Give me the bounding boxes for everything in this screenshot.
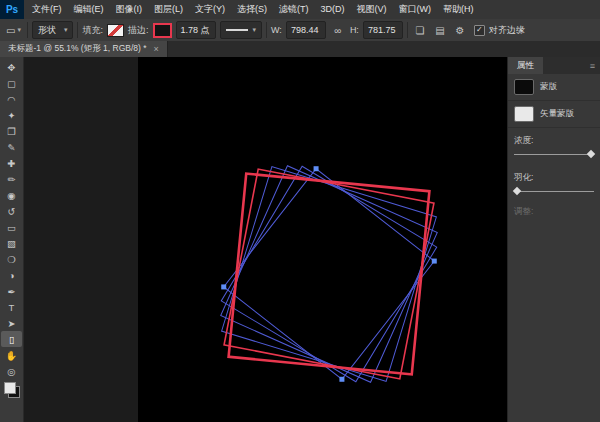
stroke-line-preview-icon: [226, 29, 248, 31]
menu-item[interactable]: 图层(L): [148, 0, 189, 19]
density-slider[interactable]: [514, 154, 594, 155]
height-input[interactable]: 781.75: [363, 21, 403, 39]
vector-mask-row-label: 矢量蒙版: [540, 108, 574, 120]
path-operations-button[interactable]: ❏: [412, 25, 428, 36]
layer-mask-thumbnail[interactable]: [514, 79, 534, 95]
mask-row[interactable]: 蒙版: [508, 74, 600, 101]
properties-panel: 属性 ≡ 蒙版 矢量蒙版 浓度: 羽化: 调整:: [507, 57, 600, 422]
type-tool[interactable]: T: [1, 299, 22, 315]
zoom-tool[interactable]: ◎: [1, 363, 22, 379]
path-preview-rect[interactable]: [224, 169, 435, 380]
width-input[interactable]: 798.44: [286, 21, 326, 39]
gradient-tool[interactable]: ▧: [1, 235, 22, 251]
menu-item[interactable]: 编辑(E): [68, 0, 110, 19]
photoshop-window: Ps 文件(F)编辑(E)图像(I)图层(L)文字(Y)选择(S)滤镜(T)3D…: [0, 0, 600, 422]
adjust-label: 调整:: [508, 202, 600, 222]
history-brush-tool[interactable]: ↺: [1, 203, 22, 219]
vector-mask-row[interactable]: 矢量蒙版: [508, 101, 600, 128]
menu-item[interactable]: 图像(I): [110, 0, 149, 19]
path-preview-rect[interactable]: [222, 167, 437, 382]
healing-brush-tool[interactable]: ✚: [1, 155, 22, 171]
properties-panel-header: 属性 ≡: [508, 57, 600, 74]
anchor-point[interactable]: [432, 259, 437, 264]
mask-row-label: 蒙版: [540, 81, 557, 93]
tools-panel: ✥▢◠✦❐✎✚✏◉↺▭▧❍◑✒T➤▯✋◎: [0, 57, 24, 422]
stroke-swatch[interactable]: [153, 23, 172, 38]
path-selection-tool[interactable]: ➤: [1, 315, 22, 331]
blur-tool[interactable]: ❍: [1, 251, 22, 267]
dodge-tool[interactable]: ◑: [1, 267, 22, 283]
menu-item[interactable]: 窗口(W): [393, 0, 438, 19]
rectangular-marquee-tool[interactable]: ▢: [1, 75, 22, 91]
feather-slider-thumb[interactable]: [513, 186, 521, 194]
path-preview-rect[interactable]: [221, 166, 436, 381]
divider: [27, 22, 28, 38]
feather-slider[interactable]: [514, 191, 594, 192]
divider: [77, 22, 78, 38]
feather-control: 羽化:: [508, 165, 600, 202]
fill-label: 填充:: [82, 24, 103, 37]
hand-tool[interactable]: ✋: [1, 347, 22, 363]
document[interactable]: [138, 57, 508, 422]
chevron-down-icon: ▾: [64, 26, 68, 34]
pen-tool[interactable]: ✒: [1, 283, 22, 299]
stroke-width-input[interactable]: 1.78 点: [176, 21, 216, 39]
settings-gear-icon[interactable]: ⚙: [452, 25, 468, 36]
color-control: [4, 382, 20, 398]
anchor-point[interactable]: [314, 166, 319, 171]
lasso-tool[interactable]: ◠: [1, 91, 22, 107]
vector-mask-thumbnail[interactable]: [514, 106, 534, 122]
align-edges-checkbox[interactable]: ✓: [474, 25, 485, 36]
rectangle-tool-icon: ▭: [6, 25, 15, 36]
pasteboard: [24, 57, 508, 422]
feather-label: 羽化:: [514, 172, 594, 184]
tool-mode-value: 形状: [38, 24, 56, 37]
divider: [266, 22, 267, 38]
density-control: 浓度:: [508, 128, 600, 165]
shape-stroke-rect[interactable]: [224, 169, 434, 379]
eyedropper-tool[interactable]: ✎: [1, 139, 22, 155]
document-tab-title: 未标题-1 @ 55.1% (矩形 1, RGB/8) *: [8, 43, 147, 55]
panel-menu-icon[interactable]: ≡: [585, 57, 600, 74]
align-edges-control[interactable]: ✓ 对齐边缘: [474, 24, 525, 37]
quick-selection-tool[interactable]: ✦: [1, 107, 22, 123]
crop-tool[interactable]: ❐: [1, 123, 22, 139]
link-dimensions-icon[interactable]: ∞: [330, 25, 346, 36]
document-canvas[interactable]: [138, 57, 508, 422]
menu-item[interactable]: 3D(D): [315, 0, 351, 19]
brush-tool[interactable]: ✏: [1, 171, 22, 187]
tool-mode-select[interactable]: 形状 ▾: [32, 21, 74, 39]
document-tab[interactable]: 未标题-1 @ 55.1% (矩形 1, RGB/8) * ×: [0, 41, 168, 57]
document-tab-strip: 未标题-1 @ 55.1% (矩形 1, RGB/8) * ×: [0, 41, 600, 57]
clone-stamp-tool[interactable]: ◉: [1, 187, 22, 203]
toolbar-tools: ✥▢◠✦❐✎✚✏◉↺▭▧❍◑✒T➤▯✋◎: [0, 59, 23, 379]
shape-stroke-rect[interactable]: [229, 174, 430, 375]
foreground-color-swatch[interactable]: [4, 382, 16, 394]
menu-item[interactable]: 选择(S): [231, 0, 273, 19]
menu-item[interactable]: 视图(V): [351, 0, 393, 19]
tab-properties[interactable]: 属性: [508, 57, 543, 74]
close-icon[interactable]: ×: [154, 44, 159, 54]
density-slider-thumb[interactable]: [587, 149, 595, 157]
width-label: W:: [271, 25, 282, 35]
rectangle-tool[interactable]: ▯: [1, 331, 22, 347]
stroke-label: 描边:: [128, 24, 149, 37]
eraser-tool[interactable]: ▭: [1, 219, 22, 235]
stroke-type-select[interactable]: ▾: [220, 21, 263, 39]
menubar-items: 文件(F)编辑(E)图像(I)图层(L)文字(Y)选择(S)滤镜(T)3D(D)…: [26, 0, 480, 19]
menu-item[interactable]: 滤镜(T): [273, 0, 315, 19]
menu-item[interactable]: 文件(F): [26, 0, 68, 19]
tool-preset-picker[interactable]: ▭ ▾: [4, 25, 23, 36]
photoshop-logo: Ps: [0, 0, 24, 19]
menu-item[interactable]: 文字(Y): [189, 0, 231, 19]
anchor-point[interactable]: [221, 284, 226, 289]
chevron-down-icon: ▾: [253, 26, 257, 34]
anchor-point[interactable]: [339, 377, 344, 382]
fill-swatch[interactable]: [107, 24, 124, 37]
menu-item[interactable]: 帮助(H): [437, 0, 480, 19]
move-tool[interactable]: ✥: [1, 59, 22, 75]
options-bar: ▭ ▾ 形状 ▾ 填充: 描边: 1.78 点 ▾ W: 798.44 ∞ H:…: [0, 19, 600, 42]
align-edges-label: 对齐边缘: [489, 24, 525, 37]
path-alignment-button[interactable]: ▤: [432, 25, 448, 36]
menubar: Ps 文件(F)编辑(E)图像(I)图层(L)文字(Y)选择(S)滤镜(T)3D…: [0, 0, 600, 20]
